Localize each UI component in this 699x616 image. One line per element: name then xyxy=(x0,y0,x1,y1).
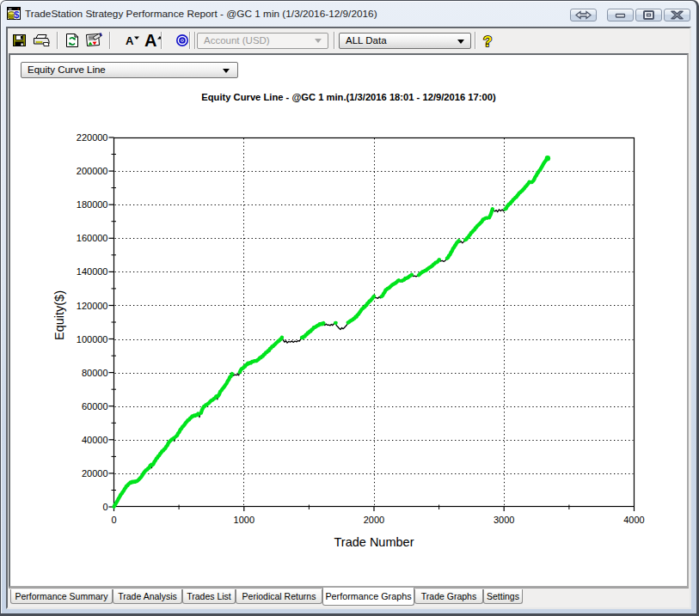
svg-text:160000: 160000 xyxy=(77,233,108,243)
svg-text:140000: 140000 xyxy=(77,266,108,277)
svg-text:Trade Number: Trade Number xyxy=(334,535,414,549)
svg-text:Equity($): Equity($) xyxy=(52,290,66,340)
svg-text:220000: 220000 xyxy=(77,132,108,143)
svg-text:A: A xyxy=(126,34,134,47)
svg-text:3000: 3000 xyxy=(494,515,514,525)
svg-text:80000: 80000 xyxy=(82,368,108,378)
svg-text:A: A xyxy=(144,31,156,50)
svg-text:1000: 1000 xyxy=(234,515,254,525)
svg-text:100000: 100000 xyxy=(77,334,108,345)
svg-text:0: 0 xyxy=(111,515,116,525)
svg-text:0: 0 xyxy=(102,502,107,512)
svg-text:60000: 60000 xyxy=(82,401,108,412)
svg-text:2000: 2000 xyxy=(364,515,384,525)
svg-text:20000: 20000 xyxy=(82,468,108,479)
svg-text:40000: 40000 xyxy=(82,435,108,445)
svg-text:200000: 200000 xyxy=(77,166,108,176)
svg-text:180000: 180000 xyxy=(77,199,108,210)
svg-text:120000: 120000 xyxy=(77,301,108,311)
svg-text:?: ? xyxy=(483,34,492,50)
svg-text:4000: 4000 xyxy=(623,515,644,525)
svg-text:$: $ xyxy=(14,9,20,20)
